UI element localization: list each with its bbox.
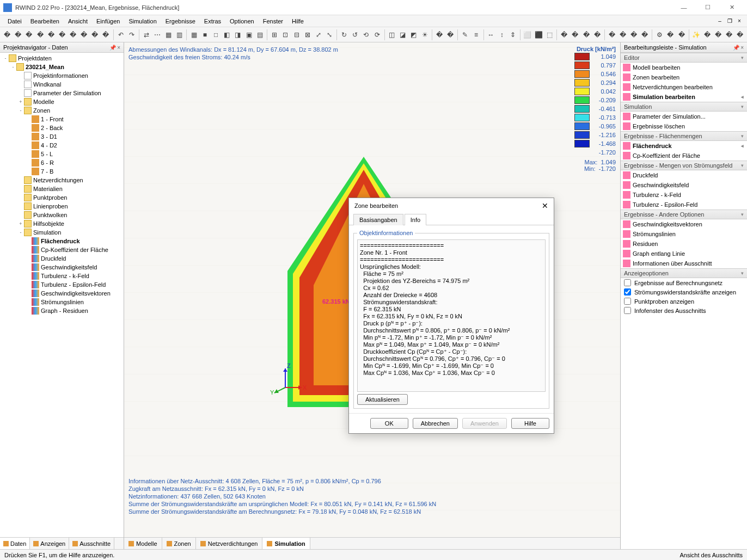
toolbar-button[interactable]: �: [24, 29, 34, 40]
menu-hilfe[interactable]: Hilfe: [287, 17, 308, 26]
menu-einfügen[interactable]: Einfügen: [92, 17, 124, 26]
cancel-button[interactable]: Abbrechen: [413, 418, 458, 429]
toolbar-button[interactable]: �: [35, 29, 45, 40]
panel-item[interactable]: Informationen über Ausschnitt: [621, 259, 747, 268]
panel-item[interactable]: Parameter der Simulation...: [621, 112, 747, 121]
section-simulation[interactable]: Simulation▾: [621, 102, 747, 112]
menu-ansicht[interactable]: Ansicht: [64, 17, 92, 26]
tree-item[interactable]: Netzverdichtungen: [0, 176, 124, 184]
nav-tab-daten[interactable]: Daten: [0, 538, 30, 549]
panel-item[interactable]: Turbulenz - k-Feld: [621, 190, 747, 200]
tree-item[interactable]: 1 - Front: [0, 115, 124, 124]
toolbar-button[interactable]: �: [101, 29, 111, 40]
toolbar-button[interactable]: ▤: [255, 29, 265, 40]
toolbar-button[interactable]: �: [559, 29, 569, 40]
dialog-close-icon[interactable]: ✕: [542, 201, 548, 210]
toolbar-button[interactable]: �: [618, 29, 628, 40]
section-erg3[interactable]: Ergebnisse - Andere Optionen▾: [621, 210, 747, 219]
section-display[interactable]: Anzeigeoptionen▾: [621, 268, 747, 278]
toolbar-button[interactable]: ↺: [350, 29, 360, 40]
toolbar-button[interactable]: ▥: [174, 29, 184, 40]
panel-item[interactable]: Graph entlang Linie: [621, 249, 747, 259]
tab-info[interactable]: Info: [405, 214, 426, 225]
toolbar-button[interactable]: ⟳: [372, 29, 382, 40]
close-button[interactable]: ✕: [720, 0, 744, 15]
update-button[interactable]: Aktualisieren: [357, 394, 408, 405]
toolbar-button[interactable]: ↔: [486, 29, 495, 40]
menu-optionen[interactable]: Optionen: [225, 17, 259, 26]
checkbox[interactable]: [624, 298, 631, 305]
tree-item[interactable]: Parameter der Simulation: [0, 89, 124, 97]
toolbar-button[interactable]: ↶: [115, 29, 125, 40]
panel-item[interactable]: Strömungslinien: [621, 229, 747, 239]
display-option[interactable]: Ergebnisse auf Berechnungsnetz: [621, 278, 747, 287]
toolbar-button[interactable]: ▦: [163, 29, 173, 40]
mdi-close[interactable]: ×: [735, 18, 744, 24]
panel-item[interactable]: Geschwindigkeitsvektoren: [621, 219, 747, 229]
toolbar-button[interactable]: ↕: [497, 29, 507, 40]
tree-item[interactable]: Graph - Residuen: [0, 306, 124, 315]
toolbar-button[interactable]: ☀: [420, 29, 430, 40]
mdi-minimize[interactable]: –: [715, 18, 724, 24]
tree-root[interactable]: - Projektdaten: [0, 54, 124, 63]
toolbar-button[interactable]: ▦: [189, 29, 199, 40]
ok-button[interactable]: OK: [370, 418, 408, 429]
mdi-restore[interactable]: ❐: [725, 18, 734, 24]
toolbar-button[interactable]: ⇕: [508, 29, 518, 40]
toolbar-button[interactable]: �: [581, 29, 591, 40]
panel-item[interactable]: Cp-Koeffizient der Fläche: [621, 151, 747, 161]
toolbar-button[interactable]: �: [57, 29, 67, 40]
toolbar-button[interactable]: ◩: [409, 29, 419, 40]
tree-item[interactable]: -Zonen: [0, 106, 124, 115]
toolbar-button[interactable]: ⋯: [152, 29, 162, 40]
tree-item[interactable]: +Hilfsobjekte: [0, 219, 124, 228]
toolbar-button[interactable]: �: [13, 29, 23, 40]
tree-item[interactable]: Flächendruck: [0, 237, 124, 245]
tree-item[interactable]: 6 - R: [0, 158, 124, 167]
section-erg2[interactable]: Ergebnisse - Mengen von Strömungsfeld▾: [621, 161, 747, 170]
toolbar-button[interactable]: ≡: [471, 29, 481, 40]
toolbar-button[interactable]: �: [629, 29, 639, 40]
nav-tab-anzeigen[interactable]: Anzeigen: [30, 538, 69, 549]
menu-ergebnisse[interactable]: Ergebnisse: [161, 17, 200, 26]
tree-item[interactable]: Cp-Koeffizient der Fläche: [0, 245, 124, 254]
toolbar-button[interactable]: ◨: [233, 29, 243, 40]
toolbar-button[interactable]: ⊠: [303, 29, 313, 40]
toolbar-button[interactable]: ⊡: [280, 29, 290, 40]
apply-button[interactable]: Anwenden: [462, 418, 507, 429]
panel-item[interactable]: Ergebnisse löschen: [621, 121, 747, 131]
tree-item[interactable]: Druckfeld: [0, 254, 124, 263]
tree-item[interactable]: Windkanal: [0, 80, 124, 89]
tab-basisangaben[interactable]: Basisangaben: [353, 214, 403, 225]
toolbar-button[interactable]: ⬜: [523, 29, 532, 40]
toolbar-button[interactable]: �: [702, 29, 712, 40]
toolbar-button[interactable]: ▣: [244, 29, 254, 40]
tree-item[interactable]: 3 - D1: [0, 132, 124, 141]
panel-item[interactable]: Netzverdichtungen bearbeiten: [621, 82, 747, 92]
toolbar-button[interactable]: ⊞: [270, 29, 279, 40]
toolbar-button[interactable]: �: [46, 29, 56, 40]
section-editor[interactable]: Editor▾: [621, 53, 747, 63]
toolbar-button[interactable]: �: [592, 29, 602, 40]
maximize-button[interactable]: ☐: [696, 0, 720, 15]
panel-item[interactable]: Flächendruck◂: [621, 141, 747, 151]
panel-close-icon[interactable]: ×: [117, 45, 120, 51]
center-tab-modelle[interactable]: Modelle: [124, 538, 162, 549]
tree-item[interactable]: Turbulenz - k-Feld: [0, 272, 124, 280]
tree-item[interactable]: 7 - B: [0, 167, 124, 176]
toolbar-button[interactable]: �: [713, 29, 723, 40]
toolbar-button[interactable]: ◪: [398, 29, 408, 40]
center-tab-netzverdichtungen[interactable]: Netzverdichtungen: [196, 538, 263, 549]
menu-bearbeiten[interactable]: Bearbeiten: [26, 17, 64, 26]
panel-item[interactable]: Simulation bearbeiten◂: [621, 92, 747, 102]
tree-item[interactable]: 2 - Back: [0, 124, 124, 132]
section-erg1[interactable]: Ergebnisse - Flächenmengen▾: [621, 131, 747, 141]
toolbar-button[interactable]: �: [445, 29, 455, 40]
menu-simulation[interactable]: Simulation: [124, 17, 161, 26]
toolbar-button[interactable]: ⤢: [314, 29, 323, 40]
tree-project[interactable]: - 230214_Mean: [0, 63, 124, 71]
toolbar-button[interactable]: �: [676, 29, 686, 40]
toolbar-button[interactable]: ✎: [460, 29, 470, 40]
toolbar-button[interactable]: ⤡: [324, 29, 334, 40]
menu-extras[interactable]: Extras: [200, 17, 225, 26]
